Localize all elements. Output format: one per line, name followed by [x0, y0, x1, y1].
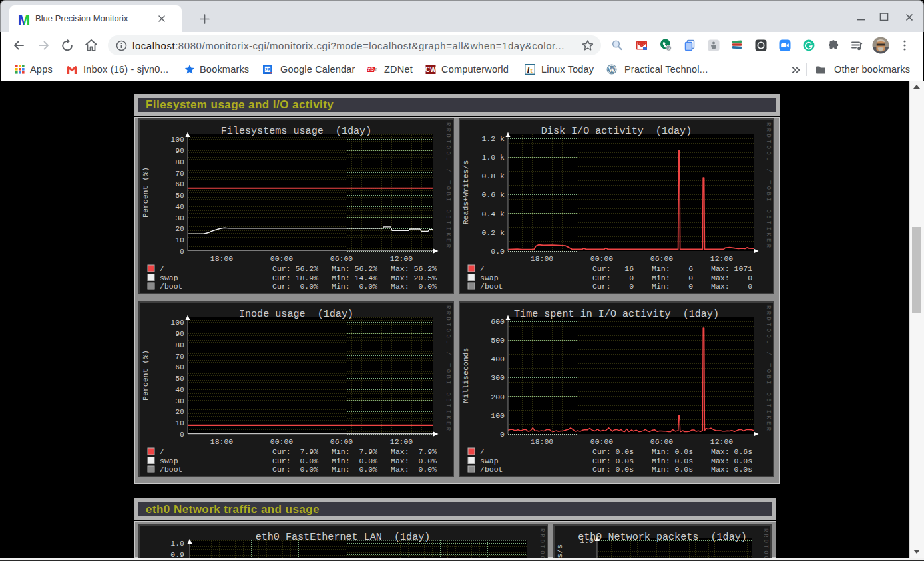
svg-text:80: 80: [175, 158, 184, 166]
svg-text:18:00: 18:00: [210, 437, 234, 446]
svg-text:0.6 k: 0.6 k: [481, 190, 505, 199]
svg-text:/: /: [480, 264, 485, 273]
svg-text:0: 0: [180, 247, 184, 256]
svg-text:80: 80: [175, 341, 184, 349]
svg-text:20: 20: [175, 407, 184, 416]
svg-text:18:00: 18:00: [210, 254, 234, 263]
svg-text:Max: 1071: Max: 1071: [711, 264, 752, 273]
svg-text:0.8 k: 0.8 k: [481, 172, 505, 180]
svg-text:Min: 0.0%: Min: 0.0%: [332, 457, 377, 465]
svg-text:Max: 0.0%: Max: 0.0%: [391, 465, 437, 474]
svg-text:12:00: 12:00: [390, 437, 413, 446]
svg-text:Min: 56.2%: Min: 56.2%: [332, 264, 377, 273]
svg-text:Max: 0.6s: Max: 0.6s: [711, 447, 752, 456]
svg-text:swap: swap: [480, 457, 499, 465]
svg-text:Min: 14.4%: Min: 14.4%: [332, 274, 377, 282]
svg-text:Cur: 0: Cur: 0: [592, 274, 634, 282]
svg-text:600: 600: [491, 317, 505, 326]
svg-text:Time spent in I/O activity (1: Time spent in I/O activity (1day): [514, 308, 719, 320]
svg-text:00:00: 00:00: [270, 254, 294, 263]
svg-text:Min: 0: Min: 0: [652, 274, 693, 282]
svg-text:06:00: 06:00: [650, 437, 674, 446]
svg-text:60: 60: [175, 363, 184, 371]
svg-text:10: 10: [175, 419, 184, 427]
svg-text:12:00: 12:00: [710, 254, 734, 263]
svg-text:Percent (%): Percent (%): [141, 167, 150, 218]
svg-text:Cur: 18.9%: Cur: 18.9%: [272, 274, 318, 282]
svg-text:00:00: 00:00: [590, 254, 614, 263]
svg-text:400: 400: [491, 355, 505, 363]
svg-text:Max: 7.9%: Max: 7.9%: [391, 447, 437, 456]
svg-text:eth0 FastEthernet LAN (1day): eth0 FastEthernet LAN (1day): [256, 531, 431, 543]
svg-text:Min: 0.0%: Min: 0.0%: [332, 465, 377, 474]
svg-text:eth0 Network packets (1day): eth0 Network packets (1day): [578, 531, 747, 543]
svg-text:Reads+Writes/s: Reads+Writes/s: [461, 160, 470, 225]
svg-text:70: 70: [175, 169, 184, 178]
svg-text:40: 40: [175, 385, 184, 394]
svg-text:10: 10: [175, 236, 184, 244]
svg-text:Cur: 0.0s: Cur: 0.0s: [592, 465, 634, 474]
svg-text:/boot: /boot: [480, 282, 503, 291]
svg-text:Cur: 0.0%: Cur: 0.0%: [272, 282, 318, 291]
svg-text:0.0: 0.0: [491, 247, 505, 256]
svg-text:18:00: 18:00: [531, 254, 554, 263]
svg-text:40: 40: [175, 202, 184, 211]
svg-text:0: 0: [500, 430, 505, 439]
svg-text:W: W: [608, 66, 615, 73]
svg-text:?: ?: [667, 45, 670, 51]
svg-text:swap: swap: [160, 457, 178, 465]
svg-text:Cur: 0.0s: Cur: 0.0s: [592, 447, 634, 456]
svg-text:300: 300: [491, 373, 505, 382]
svg-text:Min: 0.0%: Min: 0.0%: [332, 282, 377, 291]
svg-text:12:00: 12:00: [710, 437, 734, 446]
svg-text:Filesystems usage (1day): Filesystems usage (1day): [221, 125, 371, 137]
svg-text:Cur: 0.0%: Cur: 0.0%: [272, 457, 318, 465]
svg-text:20: 20: [175, 224, 184, 233]
svg-text:CW: CW: [425, 66, 436, 73]
svg-text:00:00: 00:00: [270, 437, 294, 446]
svg-text:Cur: 16: Cur: 16: [592, 264, 634, 273]
svg-text:Min: 7.9%: Min: 7.9%: [332, 447, 377, 456]
svg-text:Max: 56.2%: Max: 56.2%: [391, 264, 437, 273]
svg-text:swap: swap: [480, 274, 499, 282]
svg-text:Max: 0.0s: Max: 0.0s: [711, 465, 752, 474]
svg-text:Min: 0.0s: Min: 0.0s: [652, 457, 693, 465]
svg-text:l: l: [527, 65, 530, 75]
svg-text:12:00: 12:00: [390, 254, 413, 263]
svg-text:/boot: /boot: [480, 465, 503, 474]
svg-text:1.0: 1.0: [170, 539, 184, 548]
svg-text:1.2 k: 1.2 k: [481, 134, 505, 143]
svg-text:Milliseconds: Milliseconds: [461, 348, 470, 403]
svg-text:06:00: 06:00: [330, 254, 353, 263]
svg-text:Max: 0: Max: 0: [711, 282, 752, 291]
svg-text:60: 60: [175, 180, 184, 188]
svg-text:100: 100: [491, 411, 505, 420]
svg-text:1.0 k: 1.0 k: [481, 153, 505, 162]
svg-text:06:00: 06:00: [650, 254, 674, 263]
svg-text:swap: swap: [160, 274, 178, 282]
svg-text:30: 30: [175, 214, 184, 222]
svg-text:70: 70: [175, 352, 184, 361]
svg-text:/boot: /boot: [160, 282, 183, 291]
svg-text:Percent (%): Percent (%): [141, 350, 150, 401]
svg-text:Cur: 0.0s: Cur: 0.0s: [592, 457, 634, 465]
svg-text:/: /: [160, 447, 164, 456]
svg-text:Cur: 0: Cur: 0: [592, 282, 634, 291]
svg-text:Min: 6: Min: 6: [652, 264, 693, 273]
svg-text:Min: 0.0s: Min: 0.0s: [652, 465, 693, 474]
svg-text:Cur: 56.2%: Cur: 56.2%: [272, 264, 318, 273]
svg-text:Max: 0.0%: Max: 0.0%: [391, 457, 437, 465]
svg-text:0: 0: [180, 430, 184, 439]
svg-text:200: 200: [491, 393, 505, 401]
svg-text:Max: 0: Max: 0: [711, 274, 752, 282]
svg-text:Max: 0.0%: Max: 0.0%: [391, 282, 437, 291]
svg-text:Max: 0.0s: Max: 0.0s: [711, 457, 752, 465]
svg-text:30: 30: [175, 397, 184, 405]
svg-text:0.4 k: 0.4 k: [481, 210, 505, 218]
svg-text:ZD: ZD: [367, 67, 374, 71]
svg-text:Packets/s: Packets/s: [555, 544, 564, 558]
svg-text:0.9: 0.9: [170, 550, 184, 558]
svg-text:Inode usage (1day): Inode usage (1day): [239, 308, 353, 320]
svg-text:28: 28: [265, 67, 270, 73]
svg-text:Cur: 7.9%: Cur: 7.9%: [272, 447, 318, 456]
